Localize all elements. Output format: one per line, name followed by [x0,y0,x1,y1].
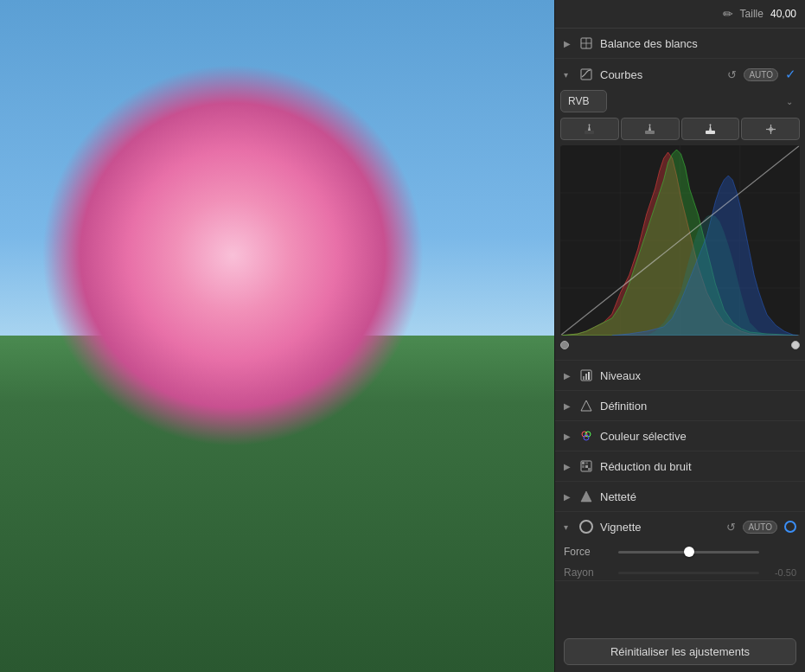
courbes-undo-icon[interactable]: ↺ [727,68,737,81]
rayon-slider-track[interactable] [618,572,759,574]
vignette-active-icon[interactable] [784,521,796,533]
definition-label: Définition [600,400,796,413]
channel-dropdown-row: RVB Rouge Vert Bleu ⌄ [560,90,800,112]
photo-canvas [0,0,554,672]
force-slider-thumb[interactable] [684,547,694,557]
tool-buttons-row [560,118,800,140]
svg-rect-8 [706,131,715,134]
vignette-section: ▾ Vignette ↺ AUTO Force Rayon [555,512,805,581]
svg-rect-4 [585,131,594,134]
svg-rect-22 [583,376,585,380]
niveaux-label: Niveaux [600,369,796,382]
definition-icon [579,399,593,413]
svg-rect-33 [585,465,588,468]
courbes-controls: RVB Rouge Vert Bleu ⌄ [555,90,805,360]
section-niveaux[interactable]: ▶ Niveaux [555,361,805,391]
niveaux-icon [579,368,593,382]
eyedropper-white-btn[interactable] [681,118,740,140]
crosshair-btn[interactable] [741,118,800,140]
nettete-label: Netteté [600,490,796,503]
section-balance[interactable]: ▶ Balance des blancs [555,29,805,59]
panel-scroll-area[interactable]: ▶ Balance des blancs ▾ C [555,29,805,631]
definition-arrow: ▶ [564,401,572,411]
force-label: Force [564,546,611,558]
courbes-checkmark-icon[interactable]: ✓ [785,67,796,82]
couleur-selective-icon [579,429,593,443]
vignette-circle-icon [579,520,593,534]
reduction-bruit-label: Réduction du bruit [600,460,796,473]
svg-marker-25 [581,400,591,411]
taille-label: Taille [740,8,763,20]
brush-icon: ✏ [723,7,733,21]
courbes-auto-badge[interactable]: AUTO [744,68,778,81]
eyedropper-black-btn[interactable] [560,118,619,140]
force-slider-track[interactable] [618,551,759,554]
histogram-slider-row [560,339,800,351]
niveaux-arrow: ▶ [564,371,572,381]
eyedropper-gray-btn[interactable] [621,118,680,140]
svg-point-7 [649,124,651,125]
nettete-icon [579,490,593,503]
nettete-arrow: ▶ [564,492,572,502]
section-definition[interactable]: ▶ Définition [555,391,805,421]
couleur-selective-label: Couleur sélective [600,430,796,443]
section-reduction-bruit[interactable]: ▶ Réduction du bruit [555,451,805,482]
svg-rect-6 [645,131,655,134]
force-slider-row: Force [555,541,805,562]
vignette-arrow: ▾ [564,522,572,532]
rayon-partial-row: Rayon -0.50 [555,562,805,580]
vignette-label: Vignette [600,521,719,534]
rayon-value: -0.50 [766,567,796,578]
reduction-bruit-arrow: ▶ [564,462,572,471]
rayon-label: Rayon [564,566,611,579]
balance-label: Balance des blancs [600,37,796,50]
vignette-undo-icon[interactable]: ↺ [726,521,736,534]
svg-marker-35 [581,491,591,502]
adjustment-panel: ✏ Taille 40,00 ▶ Balance des blancs ▾ [554,0,805,672]
svg-point-9 [709,124,711,125]
white-point-dot[interactable] [791,341,800,349]
vignette-header[interactable]: ▾ Vignette ↺ AUTO [555,512,805,541]
svg-rect-31 [585,462,588,464]
section-nettete[interactable]: ▶ Netteté [555,482,805,512]
svg-rect-32 [582,465,585,468]
channel-select[interactable]: RVB Rouge Vert Bleu [560,90,607,112]
courbes-header[interactable]: ▾ Courbes ↺ AUTO ✓ [555,59,805,90]
top-toolbar: ✏ Taille 40,00 [555,0,805,29]
histogram-container[interactable] [560,145,800,336]
reset-btn-container: Réinitialiser les ajustements [555,631,805,672]
balance-icon [579,36,593,50]
vignette-icon [579,520,593,534]
reset-adjustments-button[interactable]: Réinitialiser les ajustements [564,638,796,665]
reduction-bruit-icon [579,459,593,473]
section-couleur-selective[interactable]: ▶ Couleur sélective [555,421,805,451]
couleur-selective-arrow: ▶ [564,432,572,441]
channel-select-wrapper[interactable]: RVB Rouge Vert Bleu ⌄ [560,90,800,112]
svg-rect-3 [581,69,591,80]
svg-point-5 [589,124,591,125]
channel-select-arrow-icon: ⌄ [786,97,793,106]
black-point-dot[interactable] [560,341,569,349]
courbes-section: ▾ Courbes ↺ AUTO ✓ RVB [555,59,805,361]
svg-rect-23 [585,374,587,380]
courbes-label: Courbes [600,68,720,81]
photo-image [0,0,554,672]
taille-value: 40,00 [770,8,796,20]
courbes-arrow: ▾ [564,70,572,80]
vignette-auto-badge[interactable]: AUTO [743,521,777,534]
svg-rect-30 [582,462,585,464]
balance-arrow: ▶ [564,39,572,48]
svg-rect-34 [588,468,591,470]
courbes-icon [579,67,593,81]
histogram-svg [560,145,800,336]
svg-rect-24 [588,372,590,380]
